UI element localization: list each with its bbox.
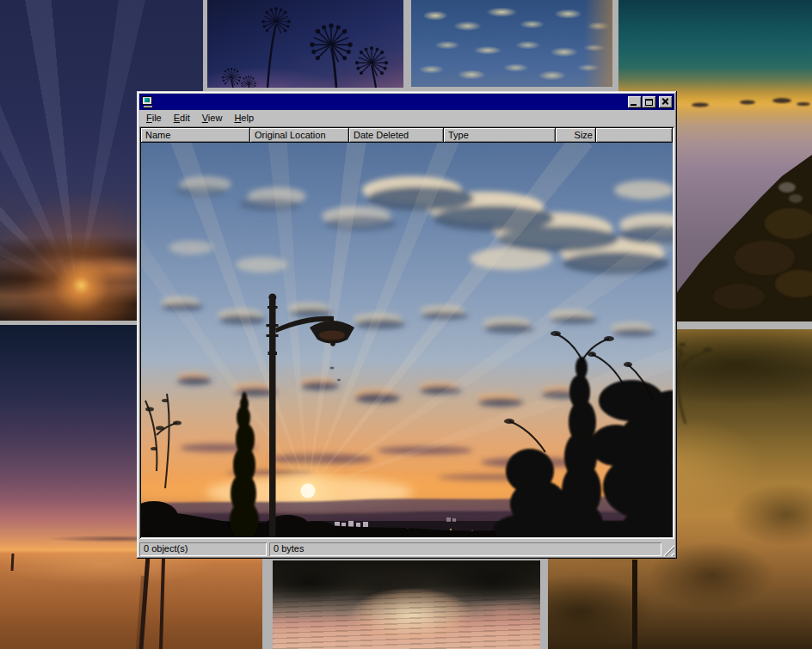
list-view-header: Name Original Location Date Deleted Type… [141, 128, 673, 143]
column-header-type[interactable]: Type [444, 128, 556, 143]
menu-view[interactable]: View [196, 111, 229, 126]
maximize-icon [645, 99, 653, 106]
desktop: { "window": { "title": "", "titlebar_ico… [0, 0, 812, 649]
window-titlebar[interactable] [139, 94, 674, 110]
menu-bar: File Edit View Help [139, 110, 674, 126]
column-header-date-deleted[interactable]: Date Deleted [349, 128, 444, 143]
column-header-size[interactable]: Size [556, 128, 596, 143]
menu-help[interactable]: Help [228, 111, 260, 126]
minimize-icon [631, 104, 637, 106]
wallpaper-water-reflection-photo [273, 560, 540, 649]
resize-grip[interactable] [663, 545, 674, 556]
column-header-original-location[interactable]: Original Location [250, 128, 349, 143]
column-header-blank[interactable] [596, 128, 673, 143]
menu-edit[interactable]: Edit [168, 111, 196, 126]
status-object-count: 0 object(s) [139, 542, 267, 556]
minimize-button[interactable] [628, 96, 642, 108]
list-view-frame: Name Original Location Date Deleted Type… [139, 126, 674, 539]
wallpaper-dried-flower-photo [207, 0, 403, 88]
menu-file[interactable]: File [140, 111, 168, 126]
sunset-lamp-photo [141, 143, 673, 537]
maximize-button[interactable] [643, 96, 656, 108]
close-button[interactable] [659, 96, 673, 108]
dried-flower-silhouette [207, 0, 403, 88]
status-size: 0 bytes [269, 542, 661, 556]
wallpaper-cloud-sky-photo [411, 0, 612, 87]
status-bar: 0 object(s) 0 bytes [139, 539, 674, 556]
recycle-bin-window: File Edit View Help Name Original Locati… [137, 91, 677, 559]
my-computer-icon [141, 95, 155, 109]
list-view-area[interactable] [141, 143, 673, 537]
column-header-name[interactable]: Name [141, 128, 250, 143]
